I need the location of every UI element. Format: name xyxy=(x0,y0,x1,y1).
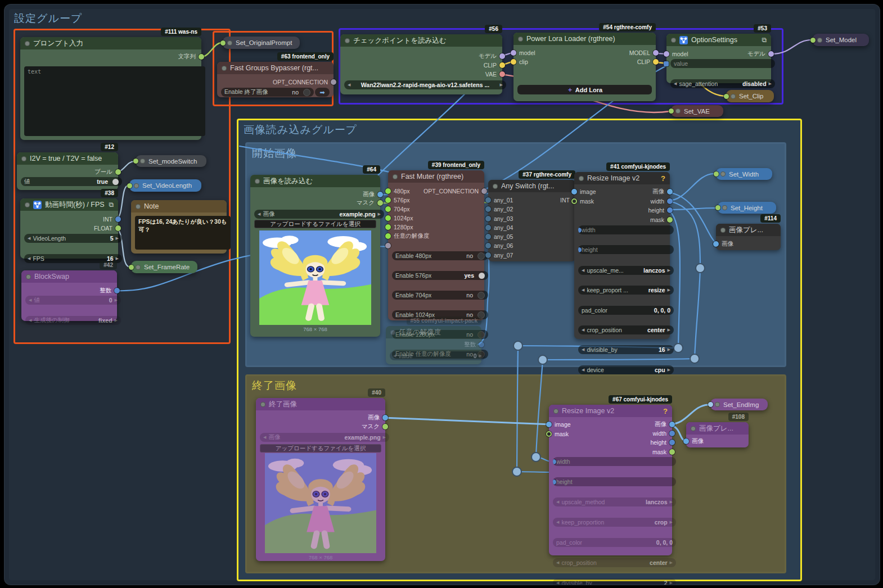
resize-image-start-node[interactable]: #41 comfyui-kjnodesResize Image v2?image… xyxy=(574,172,670,339)
input-port-1280px[interactable]: 1280px xyxy=(385,224,413,230)
port-dot[interactable] xyxy=(485,225,491,230)
note-node[interactable]: NoteFPSは16, 24あたりが良い？30も可？ xyxy=(131,200,227,254)
any-resolution-node[interactable]: #55 comfyui-impact-pack任意の解像度整数◀value0▶ xyxy=(386,326,481,364)
port-dot[interactable] xyxy=(664,61,669,66)
power-lora-loader-node[interactable]: #54 rgthree-comfyPower Lora Loader (rgth… xyxy=(513,33,656,101)
port-dot[interactable] xyxy=(385,224,391,230)
collapse-dot-icon[interactable] xyxy=(518,37,523,42)
output-port-FLOAT[interactable]: FLOAT xyxy=(94,225,121,232)
set-clip-node[interactable]: Set_Clip xyxy=(726,90,774,102)
input-port-any_03[interactable]: any_03 xyxy=(485,215,513,222)
output-port-整数[interactable]: 整数 xyxy=(464,341,484,348)
left-arrow-icon[interactable]: ◀ xyxy=(263,435,266,440)
collapse-dot-icon[interactable] xyxy=(720,171,726,177)
port-dot[interactable] xyxy=(669,422,675,427)
right-arrow-icon[interactable]: ▶ xyxy=(668,328,670,332)
collapse-dot-icon[interactable] xyxy=(720,228,726,233)
field-widget-width[interactable]: width xyxy=(553,457,676,466)
fast-muter-node[interactable]: #39 frontend_onlyFast Muter (rgthree)480… xyxy=(388,170,484,320)
output-port-マスク[interactable]: マスク xyxy=(357,200,383,206)
port-dot[interactable] xyxy=(199,54,204,60)
input-port-dot[interactable] xyxy=(810,38,816,43)
collapse-dot-icon[interactable] xyxy=(255,179,260,184)
field-widget-width[interactable]: width xyxy=(578,225,674,234)
right-arrow-icon[interactable]: ▶ xyxy=(670,520,673,524)
widget-input-dot[interactable] xyxy=(553,480,556,485)
video-time-fps-node[interactable]: #38動画時間(秒) / FPS⧉INTFLOAT◀VideoLength5▶◀… xyxy=(20,198,118,259)
input-port-1024px[interactable]: 1024px xyxy=(385,215,413,221)
combo-widget-crop_position[interactable]: ◀crop_positioncenter▶ xyxy=(578,325,674,334)
combo-widget-値[interactable]: ◀値0▶ xyxy=(25,296,121,305)
set-modeswitch-node[interactable]: Set_modeSwitch xyxy=(136,155,206,167)
input-port-image[interactable]: image xyxy=(546,421,571,428)
toggle-knob[interactable] xyxy=(477,252,485,260)
input-port-dot[interactable] xyxy=(714,171,719,177)
node-header[interactable]: Note xyxy=(131,200,227,212)
collapse-dot-icon[interactable] xyxy=(671,38,676,43)
input-port-mask[interactable]: mask xyxy=(546,431,569,437)
port-dot[interactable] xyxy=(664,51,669,57)
output-port-VAE[interactable]: VAE xyxy=(485,71,505,78)
set-height-node[interactable]: Set_Height xyxy=(718,202,776,214)
combo-widget-device[interactable]: ◀devicecpu▶ xyxy=(578,365,674,374)
blockswap-node[interactable]: #42BlockSwap整数◀値0▶◀生成後の制御fixed▶ xyxy=(21,270,117,321)
output-port-MODEL[interactable]: MODEL xyxy=(629,49,659,56)
collapse-dot-icon[interactable] xyxy=(140,159,145,164)
node-header[interactable]: 動画時間(秒) / FPS⧉ xyxy=(20,198,118,211)
left-arrow-icon[interactable]: ◀ xyxy=(556,520,559,524)
right-arrow-icon[interactable]: ▶ xyxy=(670,581,673,585)
left-arrow-icon[interactable]: ◀ xyxy=(556,560,559,565)
input-port-480px[interactable]: 480px xyxy=(385,188,410,195)
node-header[interactable]: Power Lora Loader (rgthree) xyxy=(513,33,656,45)
left-arrow-icon[interactable]: ◀ xyxy=(582,347,584,352)
option-settings-node[interactable]: #53OptionSettings⧉modelモデルvalue◀sage_att… xyxy=(666,34,771,83)
port-dot[interactable] xyxy=(485,243,491,248)
comfyui-canvas[interactable]: 設定グループ画像読み込みグループ開始画像終了画像 #111 was-nsプロンプ… xyxy=(4,4,880,585)
collapse-dot-icon[interactable] xyxy=(722,205,727,210)
input-port-dot[interactable] xyxy=(708,402,713,407)
right-arrow-icon[interactable]: ▶ xyxy=(383,435,386,440)
output-port-OPT_CONNECTION[interactable]: OPT_CONNECTION xyxy=(273,79,336,85)
arrow-button[interactable]: ➡ xyxy=(315,88,330,97)
port-dot[interactable] xyxy=(377,192,383,197)
input-port-model[interactable]: model xyxy=(664,51,688,57)
collapse-dot-icon[interactable] xyxy=(731,94,736,99)
widget-input-dot[interactable] xyxy=(578,228,582,233)
port-dot[interactable] xyxy=(667,189,673,195)
collapse-dot-icon[interactable] xyxy=(390,330,395,335)
input-port-dot[interactable] xyxy=(220,40,226,46)
value-widget-pad_color[interactable]: pad_color0, 0, 0 xyxy=(553,538,676,547)
input-port-576px[interactable]: 576px xyxy=(385,197,410,203)
combo-widget-生成後の制御[interactable]: ◀生成後の制御fixed▶ xyxy=(25,316,121,325)
input-port-clip[interactable]: clip xyxy=(511,58,528,65)
ckpt-name-combo[interactable]: ◀Wan22\wan2.2-rapid-mega-aio-v12.safeten… xyxy=(344,80,506,89)
widget-input-dot[interactable] xyxy=(578,247,582,252)
node-header[interactable]: 画像プレ... xyxy=(716,224,781,236)
port-dot[interactable] xyxy=(511,59,516,65)
left-arrow-icon[interactable]: ◀ xyxy=(28,236,30,241)
input-port-opt[interactable] xyxy=(664,60,669,67)
port-dot[interactable] xyxy=(571,189,577,195)
output-port-OPT_CONNECTION[interactable]: OPT_CONNECTION xyxy=(424,188,487,195)
combo-widget-upscale_me...[interactable]: ◀upscale_me...lanczos▶ xyxy=(578,266,674,275)
collapse-dot-icon[interactable] xyxy=(136,204,141,209)
left-arrow-icon[interactable]: ◀ xyxy=(29,298,31,302)
node-header[interactable]: Fast Muter (rgthree) xyxy=(388,170,484,183)
node-header[interactable]: I2V = true / T2V = false xyxy=(17,152,118,165)
set-videolength-node[interactable]: Set_VideoLength xyxy=(129,179,201,192)
output-port-モデル[interactable]: モデル xyxy=(747,51,774,57)
input-port-any_05[interactable]: any_05 xyxy=(485,233,513,240)
port-dot[interactable] xyxy=(499,62,505,68)
field-widget-height[interactable]: height xyxy=(553,477,676,486)
port-dot[interactable] xyxy=(667,207,673,213)
left-arrow-icon[interactable]: ◀ xyxy=(582,328,584,332)
port-dot[interactable] xyxy=(485,252,491,258)
input-port-any_04[interactable]: any_04 xyxy=(485,224,513,231)
port-dot[interactable] xyxy=(385,243,391,248)
collapse-dot-icon[interactable] xyxy=(260,402,265,407)
collapse-dot-icon[interactable] xyxy=(493,184,498,189)
set-vae-node[interactable]: Set_VAE xyxy=(671,105,723,117)
left-arrow-icon[interactable]: ◀ xyxy=(28,256,30,261)
port-dot[interactable] xyxy=(499,71,505,77)
right-arrow-icon[interactable]: ▶ xyxy=(668,288,670,292)
